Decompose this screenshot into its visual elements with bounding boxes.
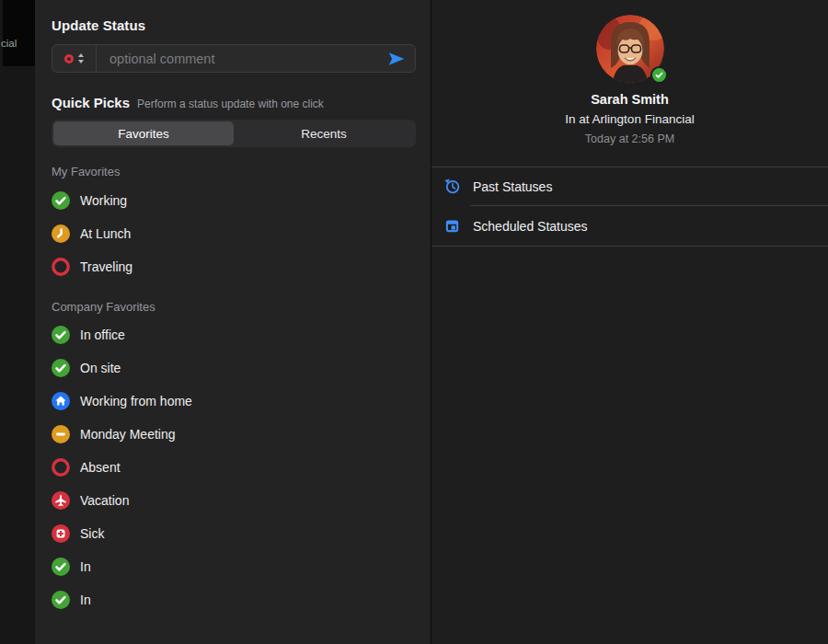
tab-recents[interactable]: Recents bbox=[234, 121, 414, 145]
quick-pick-at-lunch[interactable]: At Lunch bbox=[35, 217, 431, 250]
scheduled-statuses-label: Scheduled Statuses bbox=[473, 219, 588, 234]
calendar-icon bbox=[443, 217, 461, 235]
background-window-strip: cial bbox=[0, 0, 35, 644]
minus-circle-icon bbox=[52, 425, 70, 443]
check-circle-icon bbox=[52, 191, 70, 210]
clock-circle-icon bbox=[52, 224, 70, 243]
red-ring-status-icon bbox=[64, 54, 74, 63]
quick-pick-label: Absent bbox=[80, 460, 121, 475]
quick-pick-label: Vacation bbox=[80, 493, 129, 508]
quick-pick-label: Working from home bbox=[80, 394, 192, 408]
status-app-window: cial Update Status Quick Picks Perform a… bbox=[0, 0, 828, 644]
status-composer bbox=[52, 44, 416, 73]
comment-input[interactable] bbox=[97, 45, 378, 72]
quick-pick-label: Sick bbox=[80, 526, 104, 541]
quick-pick-label: In office bbox=[80, 328, 125, 342]
quick-pick-vacation[interactable]: Vacation bbox=[35, 484, 431, 517]
quick-picks-subtitle: Perform a status update with one click bbox=[137, 98, 324, 110]
quick-pick-label: At Lunch bbox=[80, 226, 131, 241]
plane-circle-icon bbox=[52, 491, 70, 510]
check-circle-icon bbox=[52, 591, 70, 609]
past-statuses-row[interactable]: Past Statuses bbox=[431, 167, 828, 205]
background-clipped-text: cial bbox=[1, 38, 17, 49]
quick-pick-on-site[interactable]: On site bbox=[35, 351, 431, 385]
profile-name: Sarah Smith bbox=[431, 92, 828, 107]
status-badge bbox=[650, 66, 668, 84]
row-divider bbox=[431, 246, 828, 247]
update-status-title: Update Status bbox=[52, 17, 145, 33]
update-status-panel: Update Status Quick Picks Perform a stat… bbox=[35, 0, 431, 644]
company-favorites-heading: Company Favorites bbox=[52, 300, 155, 314]
quick-pick-label: Traveling bbox=[80, 259, 132, 274]
quick-pick-monday-meeting[interactable]: Monday Meeting bbox=[35, 418, 431, 451]
check-circle-icon bbox=[52, 326, 70, 344]
quick-pick-in-2[interactable]: In bbox=[35, 583, 431, 616]
company-favorites-list: In office On site Working from home bbox=[35, 318, 431, 616]
quick-pick-label: Monday Meeting bbox=[80, 427, 176, 442]
avatar bbox=[596, 15, 664, 83]
quick-picks-header: Quick Picks Perform a status update with… bbox=[52, 95, 324, 110]
home-circle-icon bbox=[52, 392, 70, 410]
favorites-recents-tabs: Favorites Recents bbox=[52, 120, 416, 147]
quick-pick-working-from-home[interactable]: Working from home bbox=[35, 385, 431, 418]
quick-pick-traveling[interactable]: Traveling bbox=[35, 250, 431, 283]
background-window-block bbox=[3, 0, 35, 66]
check-icon bbox=[654, 70, 664, 80]
profile-panel: Sarah Smith In at Arlington Financial To… bbox=[431, 0, 828, 644]
ring-outline-icon bbox=[52, 458, 70, 477]
quick-pick-in-office[interactable]: In office bbox=[35, 318, 431, 351]
ring-outline-icon bbox=[52, 258, 70, 276]
paper-plane-icon bbox=[388, 52, 405, 66]
check-circle-icon bbox=[52, 359, 70, 377]
profile-status-line: In at Arlington Financial bbox=[431, 112, 828, 126]
quick-pick-absent[interactable]: Absent bbox=[35, 451, 431, 484]
profile-timestamp: Today at 2:56 PM bbox=[431, 132, 828, 145]
quick-pick-label: On site bbox=[80, 361, 121, 375]
history-clock-icon bbox=[443, 178, 461, 195]
quick-pick-label: In bbox=[80, 559, 91, 574]
scheduled-statuses-row[interactable]: Scheduled Statuses bbox=[431, 206, 828, 246]
quick-pick-label: In bbox=[80, 592, 91, 607]
medkit-circle-icon bbox=[52, 524, 70, 543]
status-type-selector[interactable] bbox=[52, 45, 96, 72]
quick-pick-sick[interactable]: Sick bbox=[35, 517, 431, 550]
my-favorites-list: Working At Lunch Traveling bbox=[35, 184, 431, 283]
past-statuses-label: Past Statuses bbox=[473, 179, 552, 194]
tab-favorites[interactable]: Favorites bbox=[53, 121, 234, 145]
stepper-arrows-icon bbox=[78, 53, 84, 63]
quick-picks-title: Quick Picks bbox=[52, 95, 130, 110]
check-circle-icon bbox=[52, 558, 70, 576]
send-button[interactable] bbox=[378, 45, 415, 72]
quick-pick-label: Working bbox=[80, 193, 127, 208]
quick-pick-in-1[interactable]: In bbox=[35, 550, 431, 583]
quick-pick-working[interactable]: Working bbox=[35, 184, 431, 217]
my-favorites-heading: My Favorites bbox=[52, 165, 120, 178]
